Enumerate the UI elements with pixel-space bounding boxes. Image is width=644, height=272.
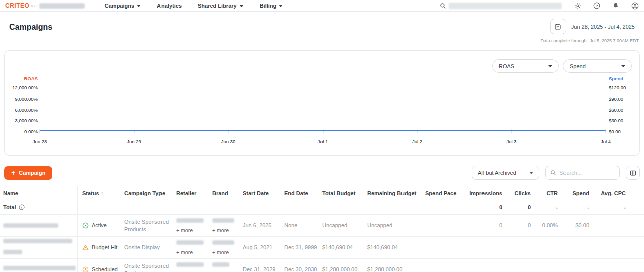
start-date-cell: Aug 5, 2021 bbox=[238, 244, 280, 251]
col-header-retailer[interactable]: Retailer bbox=[172, 190, 208, 196]
clicks-cell: - bbox=[503, 244, 532, 251]
left-axis-tick: 12,000.00% bbox=[12, 85, 38, 90]
retailer-more-link[interactable]: + more bbox=[176, 227, 193, 234]
nav-items: Campaigns Analytics Shared Library Billi… bbox=[105, 3, 283, 9]
plus-icon: + bbox=[11, 169, 15, 176]
spend-cell: $0.00 bbox=[559, 222, 590, 229]
date-range[interactable]: Jun 28, 2025 - Jul 4, 2025 bbox=[571, 24, 635, 30]
brand-more-link[interactable]: + more bbox=[212, 227, 229, 234]
top-nav: CRITEO // C Campaigns Analytics Shared L… bbox=[0, 0, 644, 12]
retailer-redacted bbox=[176, 240, 204, 245]
chevron-down-icon bbox=[137, 5, 141, 7]
calendar-icon bbox=[554, 23, 561, 30]
clicks-cell: 0 bbox=[503, 222, 532, 229]
total-budget-cell: $1,280,000.00 bbox=[318, 266, 363, 272]
column-settings-button[interactable] bbox=[626, 166, 640, 180]
create-campaign-button[interactable]: + Campaign bbox=[4, 166, 52, 180]
total-avg-cpc: - bbox=[590, 204, 627, 210]
table-row: Active Onsite Sponsored Products + more … bbox=[0, 215, 644, 237]
clock-icon bbox=[82, 266, 89, 272]
campaign-name-redacted bbox=[3, 266, 76, 270]
left-metric-select[interactable]: ROAS bbox=[492, 59, 559, 73]
nav-item-billing[interactable]: Billing bbox=[260, 3, 283, 9]
notifications-bell-icon[interactable] bbox=[612, 2, 619, 9]
campaign-name-cell[interactable] bbox=[0, 237, 78, 258]
chevron-down-icon bbox=[621, 65, 625, 67]
avg-cpc-cell: - bbox=[590, 266, 627, 272]
retailer-cell: + more bbox=[172, 217, 208, 234]
impressions-cell: 0 bbox=[457, 222, 503, 229]
col-header-status[interactable]: Status↑ bbox=[78, 190, 120, 196]
data-complete-link[interactable]: Jul 5, 2025 7:00AM EDT bbox=[590, 38, 639, 43]
campaign-name-redacted bbox=[3, 250, 22, 254]
brand-redacted bbox=[212, 262, 229, 267]
total-label: Total bbox=[3, 204, 16, 210]
spend-pace-cell: - bbox=[421, 222, 457, 229]
col-header-brand[interactable]: Brand bbox=[208, 190, 238, 196]
data-complete-label: Data complete through: bbox=[540, 38, 588, 43]
col-header-total-budget[interactable]: Total Budget bbox=[318, 190, 363, 196]
left-axis-tick: 0.00% bbox=[24, 129, 38, 134]
search-input[interactable] bbox=[559, 170, 615, 176]
help-icon[interactable]: ? bbox=[593, 2, 600, 9]
col-header-impressions[interactable]: Impressions bbox=[457, 190, 503, 196]
status-cell: Active bbox=[78, 222, 120, 229]
retailer-more-link[interactable]: + more bbox=[176, 249, 193, 256]
nav-item-analytics[interactable]: Analytics bbox=[157, 3, 182, 9]
spend-cell: - bbox=[559, 266, 590, 272]
col-header-remaining-budget[interactable]: Remaining Budget bbox=[363, 190, 421, 196]
spend-cell: - bbox=[559, 244, 590, 251]
remaining-budget-cell: $1,280,000.00 bbox=[363, 266, 421, 272]
columns-icon bbox=[630, 170, 636, 176]
campaign-type-cell: Onsite Sponsored Products bbox=[120, 262, 172, 272]
col-header-campaign-type[interactable]: Campaign Type bbox=[120, 190, 172, 196]
col-header-spend[interactable]: Spend bbox=[559, 190, 590, 196]
ctr-cell: 0.00% bbox=[532, 222, 559, 229]
col-header-spend-pace[interactable]: Spend Pace bbox=[421, 190, 457, 196]
account-switcher[interactable] bbox=[440, 3, 562, 9]
col-header-end-date[interactable]: End Date bbox=[280, 190, 318, 196]
x-axis-label: Jun 29 bbox=[127, 139, 141, 144]
col-header-avg-cpc[interactable]: Avg. CPC bbox=[590, 190, 627, 196]
nav-item-shared-library[interactable]: Shared Library bbox=[198, 3, 244, 9]
col-header-ctr[interactable]: CTR bbox=[532, 190, 559, 196]
left-axis-tick: 6,000.00% bbox=[15, 107, 38, 113]
x-axis-label: Jul 3 bbox=[506, 139, 516, 144]
user-account-icon[interactable] bbox=[631, 2, 639, 10]
performance-chart-panel: ROAS Spend ROAS Spend 12,000.00%9,000.00… bbox=[4, 50, 640, 156]
total-budget-cell: $140,690.04 bbox=[318, 244, 363, 251]
svg-text:?: ? bbox=[596, 4, 598, 8]
col-header-clicks[interactable]: Clicks bbox=[503, 190, 532, 196]
gear-icon[interactable] bbox=[574, 2, 581, 9]
brand-more-link[interactable]: + more bbox=[212, 249, 229, 256]
col-header-start-date[interactable]: Start Date bbox=[238, 190, 280, 196]
nav-item-campaigns[interactable]: Campaigns bbox=[105, 3, 141, 9]
impressions-cell: - bbox=[457, 244, 503, 251]
nav-item-label: Billing bbox=[260, 3, 277, 9]
date-picker-button[interactable] bbox=[550, 19, 566, 34]
campaign-type-cell: Onsite Display bbox=[120, 244, 172, 251]
remaining-budget-cell: Uncapped bbox=[363, 222, 421, 229]
campaign-name-cell[interactable] bbox=[0, 215, 78, 236]
spend-pace-cell: - bbox=[421, 266, 457, 272]
nav-item-label: Shared Library bbox=[198, 3, 237, 9]
account-name-redacted bbox=[39, 3, 85, 9]
retailer-redacted bbox=[176, 218, 204, 223]
right-axis-tick: $120.00 bbox=[609, 85, 626, 90]
table-row: Scheduled Onsite Sponsored Products + mo… bbox=[0, 259, 644, 272]
right-axis-tick: $60.00 bbox=[609, 107, 623, 113]
left-axis-title: ROAS bbox=[5, 76, 38, 81]
col-header-label: Status bbox=[82, 190, 99, 196]
left-axis-tick: 9,000.00% bbox=[15, 96, 38, 102]
right-metric-select[interactable]: Spend bbox=[563, 59, 632, 73]
warning-triangle-icon bbox=[82, 244, 89, 251]
table-row: Budget Hit Onsite Display + more + more … bbox=[0, 237, 644, 259]
right-axis-tick: $30.00 bbox=[609, 118, 623, 123]
brand-redacted bbox=[212, 218, 234, 223]
search-icon bbox=[550, 170, 556, 176]
info-icon[interactable] bbox=[19, 204, 25, 210]
campaign-name-cell[interactable] bbox=[0, 259, 78, 272]
col-header-name[interactable]: Name bbox=[0, 186, 78, 200]
status-filter-select[interactable]: All but Archived bbox=[472, 166, 539, 180]
retailer-cell: + more bbox=[172, 239, 208, 256]
